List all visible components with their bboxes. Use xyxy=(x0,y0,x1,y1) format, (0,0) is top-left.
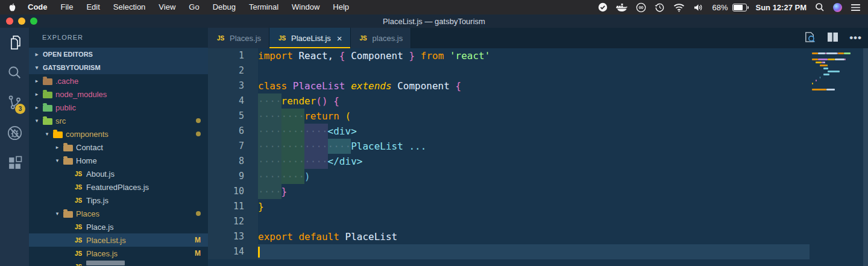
menu-go[interactable]: Go xyxy=(182,2,206,11)
explorer-icon[interactable] xyxy=(0,28,29,57)
code-token: PlaceList xyxy=(345,231,398,242)
menu-terminal[interactable]: Terminal xyxy=(242,2,285,11)
javascript-file-icon: JS xyxy=(277,35,287,42)
extensions-icon[interactable] xyxy=(0,148,29,177)
code-line-8[interactable]: 8············</div> xyxy=(208,154,868,169)
tree-item-placelist-js[interactable]: JSPlaceList.jsM xyxy=(29,233,208,247)
menu-selection[interactable]: Selection xyxy=(107,2,152,11)
code-line-2[interactable]: 2 xyxy=(208,63,868,78)
menu-view[interactable]: View xyxy=(152,2,182,11)
code-line-14[interactable]: 14 xyxy=(208,244,868,259)
line-content: ········return ( xyxy=(258,109,810,124)
tree-item-label: Contact xyxy=(76,143,103,152)
checkmark-circle-icon[interactable] xyxy=(598,2,608,12)
source-control-icon[interactable]: 3 xyxy=(0,88,29,117)
tree-item-label: .cache xyxy=(55,77,78,86)
code-line-4[interactable]: 4····render() { xyxy=(208,93,868,109)
tree-item-contact[interactable]: ▸Contact xyxy=(29,141,208,154)
code-line-11[interactable]: 11} xyxy=(208,199,868,214)
code-token: </div> xyxy=(328,156,363,167)
indent-guide-block: ···· xyxy=(258,184,281,199)
tree-item-node_modules[interactable]: ▸node_modules xyxy=(29,87,208,101)
tab-placelist-js[interactable]: JSPlaceList.js× xyxy=(269,28,351,48)
debug-icon[interactable] xyxy=(0,118,29,147)
menu-debug[interactable]: Debug xyxy=(206,2,242,11)
tree-item-home[interactable]: ▾Home xyxy=(29,154,208,167)
chevron-right-icon: ▸ xyxy=(54,144,60,150)
menu-help[interactable]: Help xyxy=(326,2,356,11)
code-line-7[interactable]: 7················PlaceList ... xyxy=(208,139,868,154)
tree-item-places[interactable]: ▾Places xyxy=(29,207,208,220)
tree-item-label: Places xyxy=(76,209,99,218)
more-actions-icon[interactable]: ••• xyxy=(849,35,862,41)
folder-icon xyxy=(43,78,52,85)
tree-item-places-js[interactable]: JSPlaces.jsM xyxy=(29,247,208,260)
tree-item-featuredplaces-js[interactable]: JSFeaturedPlaces.js xyxy=(29,180,208,194)
code-token: } xyxy=(409,50,415,62)
wifi-icon[interactable] xyxy=(673,3,685,12)
close-tab-icon[interactable]: × xyxy=(337,33,342,43)
tab-places-js[interactable]: JSPlaces.js xyxy=(208,28,269,48)
scrollbar[interactable] xyxy=(863,48,868,266)
minimap[interactable] xyxy=(810,48,863,266)
menu-file[interactable]: File xyxy=(54,2,80,11)
spotlight-icon[interactable] xyxy=(815,2,825,12)
tree-item--cache[interactable]: ▸.cache xyxy=(29,74,208,87)
line-content xyxy=(258,244,810,259)
code-line-9[interactable]: 9········) xyxy=(208,169,868,184)
code-token: render xyxy=(281,95,316,107)
menu-window[interactable]: Window xyxy=(285,2,326,11)
code-line-13[interactable]: 13export default PlaceList xyxy=(208,229,868,244)
close-window-button[interactable] xyxy=(6,17,13,25)
tree-item-place-js[interactable]: JSPlace.js xyxy=(29,220,208,233)
tree-item-src[interactable]: ▾src xyxy=(29,114,208,127)
menubar-status-area: 68% Sun 12:27 PM xyxy=(598,2,868,13)
tree-item-tips-js[interactable]: JSTips.js xyxy=(29,194,208,207)
clipped-file-label xyxy=(86,261,125,265)
line-content: ················PlaceList ... xyxy=(258,139,810,154)
siri-icon[interactable] xyxy=(833,3,842,12)
tree-item-about-js[interactable]: JSAbout.js xyxy=(29,167,208,180)
split-editor-icon[interactable] xyxy=(827,32,838,45)
open-changes-icon[interactable] xyxy=(804,31,816,46)
zoom-window-button[interactable] xyxy=(30,17,37,25)
tree-item-partial[interactable]: JS xyxy=(29,260,208,266)
search-icon[interactable] xyxy=(0,58,29,87)
code-line-12[interactable]: 12 xyxy=(208,214,868,229)
code-token: } xyxy=(258,201,264,212)
volume-icon[interactable] xyxy=(693,3,703,12)
code-line-5[interactable]: 5········return ( xyxy=(208,109,868,124)
section-label: OPEN EDITORS xyxy=(43,51,93,58)
section-header-open-editors[interactable]: ▸OPEN EDITORS xyxy=(29,48,208,61)
notification-list-icon[interactable] xyxy=(851,4,861,11)
tab-label: Places.js xyxy=(230,34,261,43)
battery-icon xyxy=(732,4,747,11)
menubar-clock[interactable]: Sun 12:27 PM xyxy=(755,3,807,12)
chevron-right-icon: ▸ xyxy=(34,78,40,84)
explorer-sidebar: EXPLORER ▸OPEN EDITORS▾GATSBYTOURISM ▸.c… xyxy=(29,28,208,266)
menu-code[interactable]: Code xyxy=(21,2,54,11)
tree-item-label: PlaceList.js xyxy=(86,236,126,245)
line-number: 4 xyxy=(208,93,258,109)
minimize-window-button[interactable] xyxy=(18,17,25,25)
creative-cloud-icon[interactable] xyxy=(636,2,646,13)
time-machine-icon[interactable] xyxy=(655,2,665,13)
code-line-6[interactable]: 6············<div> xyxy=(208,124,868,139)
code-line-10[interactable]: 10····} xyxy=(208,184,868,199)
text-cursor xyxy=(258,247,260,258)
code-line-1[interactable]: 1import React, { Component } from 'react… xyxy=(208,48,868,63)
code-line-3[interactable]: 3class PlaceList extends Component { xyxy=(208,78,868,93)
menu-edit[interactable]: Edit xyxy=(80,2,106,11)
tree-item-components[interactable]: ▾components xyxy=(29,127,208,141)
tab-places-js[interactable]: JSplaces.js xyxy=(351,28,412,48)
minimap-line xyxy=(812,65,863,66)
modified-dot-badge xyxy=(196,211,201,216)
apple-menu-icon[interactable] xyxy=(8,3,16,12)
line-number: 1 xyxy=(208,48,258,63)
code-editor[interactable]: 1import React, { Component } from 'react… xyxy=(208,48,868,266)
line-number: 9 xyxy=(208,169,258,184)
section-header-gatsbytourism[interactable]: ▾GATSBYTOURISM xyxy=(29,61,208,74)
tree-item-public[interactable]: ▸public xyxy=(29,101,208,114)
docker-icon[interactable] xyxy=(616,3,627,12)
sidebar-title: EXPLORER xyxy=(29,28,208,48)
